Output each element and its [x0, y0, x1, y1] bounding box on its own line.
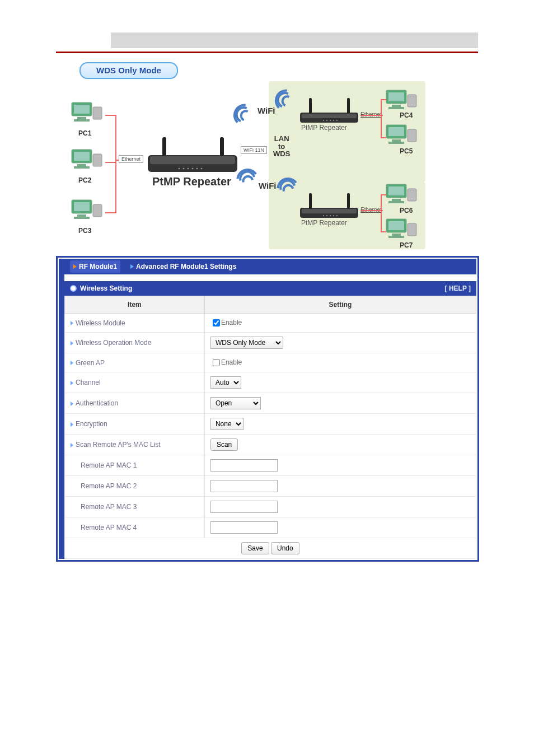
remote-ap-mac-4-input[interactable]: [210, 521, 278, 534]
settings-table: Item Setting Wireless Module Enable Wire…: [64, 296, 476, 559]
col-item: Item: [65, 296, 205, 314]
pc-label: PC4: [400, 111, 413, 119]
svg-rect-60: [392, 234, 401, 236]
remote-ap-mac-3-input[interactable]: [210, 501, 278, 513]
svg-rect-59: [388, 221, 404, 230]
svg-rect-3: [74, 119, 90, 122]
ptmp-sub-label: PtMP Repeater: [301, 124, 347, 132]
encryption-select[interactable]: None: [210, 418, 243, 430]
svg-point-40: [336, 215, 338, 216]
undo-button[interactable]: Undo: [271, 542, 299, 554]
channel-select[interactable]: Auto: [210, 376, 241, 389]
wifi-waves-icon: [227, 99, 256, 129]
svg-rect-14: [93, 204, 102, 217]
wireless-op-mode-select[interactable]: WDS Only Mode: [210, 337, 283, 349]
row-wireless-op-mode: Wireless Operation Mode: [65, 333, 205, 353]
row-encryption: Encryption: [65, 414, 205, 435]
svg-rect-45: [392, 105, 401, 107]
pc-icon: [71, 101, 104, 132]
tab-bar: RF Module1 Advanced RF Module1 Settings: [59, 259, 476, 274]
panel-header: Wireless Setting [ HELP ]: [64, 281, 476, 296]
tab-rf-module1[interactable]: RF Module1: [70, 260, 120, 273]
router-small: [299, 191, 360, 220]
svg-rect-9: [93, 154, 102, 166]
svg-rect-12: [77, 214, 86, 217]
line: [381, 194, 382, 232]
save-button[interactable]: Save: [241, 542, 269, 554]
row-green-ap: Green AP: [65, 353, 205, 372]
svg-rect-11: [74, 202, 90, 211]
router-main: [146, 134, 241, 175]
svg-rect-56: [388, 201, 404, 203]
svg-rect-13: [74, 217, 90, 219]
pc-label: PC1: [78, 129, 91, 137]
svg-rect-24: [220, 137, 224, 156]
svg-rect-33: [347, 98, 350, 114]
row-scan-mac-list: Scan Remote AP's MAC List: [65, 435, 205, 455]
svg-rect-49: [388, 127, 404, 136]
svg-rect-44: [388, 92, 404, 101]
topology-diagram: WDS Only Mode PC1 PC2 PC3: [56, 59, 478, 249]
row-mac3: Remote AP MAC 3: [65, 497, 205, 517]
ethernet-tag: Ethernet: [119, 155, 143, 163]
wds-mode-badge: WDS Only Mode: [79, 62, 178, 79]
svg-rect-47: [407, 95, 416, 107]
wifi-label: WiFi: [257, 106, 275, 115]
wifi11n-tag: WiFi 11N: [241, 146, 267, 154]
svg-point-18: [183, 168, 185, 170]
help-link[interactable]: [ HELP ]: [445, 284, 471, 292]
svg-point-17: [179, 168, 180, 170]
svg-rect-62: [407, 223, 416, 236]
row-mac4: Remote AP MAC 4: [65, 517, 205, 538]
line: [381, 137, 386, 138]
svg-rect-54: [388, 186, 404, 195]
doc-header-bar: [111, 32, 478, 48]
ptmp-main-label: PtMP Repeater: [152, 175, 231, 188]
svg-rect-41: [309, 193, 312, 209]
svg-rect-57: [407, 189, 416, 201]
col-setting: Setting: [204, 296, 476, 314]
remote-ap-mac-2-input[interactable]: [210, 480, 278, 492]
svg-point-39: [333, 215, 334, 216]
row-mac2: Remote AP MAC 2: [65, 476, 205, 497]
svg-point-22: [201, 168, 203, 170]
tab-adv-rf-module1[interactable]: Advanced RF Module1 Settings: [130, 263, 236, 270]
tab-label: RF Module1: [79, 263, 117, 270]
panel-title: Wireless Setting: [80, 284, 132, 292]
row-wireless-module: Wireless Module: [65, 314, 205, 333]
svg-rect-61: [388, 236, 404, 238]
row-authentication: Authentication: [65, 393, 205, 414]
lan-to-wds-label: LAN to WDS: [273, 135, 290, 158]
router-small: [299, 96, 360, 125]
svg-point-31: [336, 120, 338, 121]
tab-label: Advanced RF Module1 Settings: [136, 263, 236, 270]
svg-rect-1: [74, 105, 90, 114]
line: [105, 212, 116, 213]
scan-button[interactable]: Scan: [210, 438, 238, 451]
pc-icon: [71, 148, 104, 179]
svg-point-21: [196, 168, 198, 170]
svg-point-20: [192, 168, 194, 170]
svg-point-38: [330, 215, 331, 216]
pc-label: PC6: [400, 207, 413, 214]
svg-rect-4: [93, 107, 102, 119]
remote-ap-mac-1-input[interactable]: [210, 459, 278, 472]
line: [360, 210, 383, 211]
line: [105, 162, 116, 163]
svg-rect-46: [388, 107, 404, 109]
svg-rect-55: [392, 199, 401, 201]
radio-icon: [70, 285, 77, 292]
svg-point-19: [188, 168, 189, 170]
line: [360, 115, 383, 116]
green-ap-enable-checkbox[interactable]: [213, 359, 220, 366]
svg-rect-32: [309, 98, 312, 114]
wireless-module-enable-checkbox[interactable]: [213, 319, 220, 326]
lan-line3: WDS: [273, 150, 290, 158]
pc-icon: [71, 199, 104, 229]
svg-point-37: [326, 215, 327, 216]
triangle-icon: [130, 264, 134, 269]
svg-rect-50: [392, 139, 401, 142]
ptmp-sub-label: PtMP Repeater: [301, 219, 347, 227]
authentication-select[interactable]: Open: [210, 397, 261, 409]
line: [381, 231, 386, 232]
